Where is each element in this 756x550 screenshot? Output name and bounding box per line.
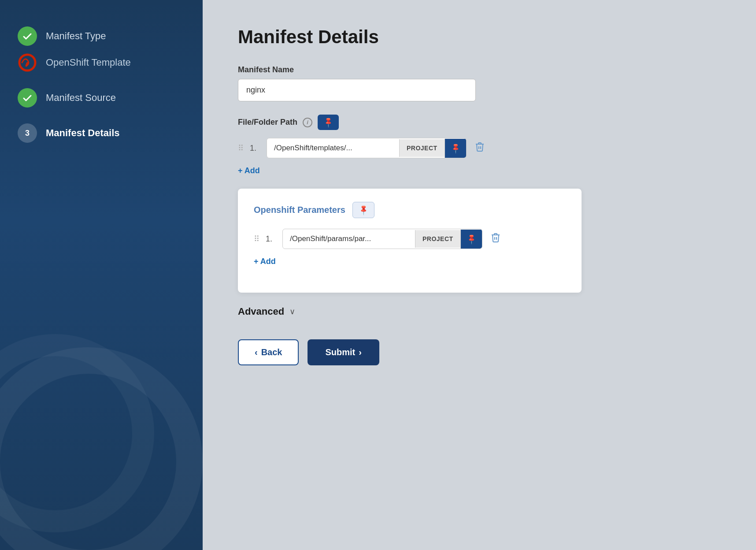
params-project-badge-1: PROJECT (415, 230, 460, 248)
sidebar-label-manifest-source: Manifest Source (46, 92, 116, 104)
form-section: Manifest Name File/Folder Path i 📌 ⠿ 1. … (238, 65, 721, 365)
chevron-down-icon: ∨ (289, 307, 295, 316)
params-path-row-1: ⠿ 1. PROJECT 📌 (254, 229, 566, 249)
sidebar-label-manifest-type: Manifest Type (46, 30, 106, 42)
params-title: Openshift Parameters (254, 205, 345, 215)
file-folder-pin-button[interactable]: 📌 (318, 115, 339, 130)
openshift-params-card: Openshift Parameters 📌 ⠿ 1. PROJECT 📌 (238, 189, 582, 293)
params-row-number-1: 1. (266, 234, 276, 244)
manifest-name-input[interactable] (238, 79, 476, 101)
path-input-container-1: PROJECT 📌 (267, 138, 467, 158)
params-delete-button-1[interactable] (489, 230, 503, 247)
sidebar: Manifest Type OpenShift Template Manifes… (0, 0, 203, 550)
params-path-input-container-1: PROJECT 📌 (282, 229, 482, 249)
file-folder-label: File/Folder Path (238, 118, 297, 127)
openshift-icon (18, 53, 37, 72)
add-file-path-link[interactable]: + Add (238, 166, 260, 175)
project-badge-1: PROJECT (399, 139, 445, 157)
sidebar-label-manifest-details: Manifest Details (46, 127, 120, 139)
params-path-input-1[interactable] (283, 229, 415, 249)
info-icon[interactable]: i (303, 118, 312, 127)
add-params-link[interactable]: + Add (254, 257, 276, 266)
params-path-pin-button-1[interactable]: 📌 (460, 230, 482, 249)
page-title: Manifest Details (238, 26, 721, 48)
submit-icon: › (359, 347, 362, 357)
footer-buttons: ‹ Back Submit › (238, 339, 721, 365)
number-icon-manifest-details: 3 (18, 123, 37, 143)
sidebar-item-manifest-type[interactable]: Manifest Type (18, 26, 185, 46)
path-input-1[interactable] (267, 138, 399, 158)
pin-icon-path-1: 📌 (449, 142, 462, 154)
path-pin-button-1[interactable]: 📌 (445, 139, 466, 158)
params-drag-handle-1[interactable]: ⠿ (254, 234, 259, 244)
submit-button[interactable]: Submit › (308, 339, 379, 365)
submit-label: Submit (325, 347, 355, 357)
main-content: Manifest Details Manifest Name File/Fold… (203, 0, 756, 550)
manifest-name-label: Manifest Name (238, 65, 721, 74)
params-pin-icon-path-1: 📌 (465, 233, 478, 245)
params-pin-button[interactable]: 📌 (352, 202, 374, 218)
sidebar-item-openshift-template[interactable]: OpenShift Template (18, 53, 185, 72)
delete-button-1[interactable] (473, 140, 487, 156)
back-button[interactable]: ‹ Back (238, 339, 299, 365)
row-number-1: 1. (250, 144, 260, 153)
file-path-row-1: ⠿ 1. PROJECT 📌 (238, 138, 721, 158)
pin-icon: 📌 (322, 116, 334, 129)
back-label: Back (261, 347, 282, 357)
sidebar-item-manifest-details[interactable]: 3 Manifest Details (18, 123, 185, 143)
back-icon: ‹ (255, 347, 258, 357)
advanced-section: Advanced ∨ (238, 306, 721, 317)
params-header: Openshift Parameters 📌 (254, 202, 566, 218)
advanced-toggle[interactable]: Advanced ∨ (238, 306, 721, 317)
params-pin-icon: 📌 (357, 204, 370, 216)
advanced-title: Advanced (238, 306, 284, 317)
file-folder-header: File/Folder Path i 📌 (238, 115, 721, 130)
drag-handle-1[interactable]: ⠿ (238, 143, 244, 153)
check-icon-manifest-type (18, 26, 37, 46)
sidebar-label-openshift-template: OpenShift Template (46, 57, 131, 68)
check-icon-manifest-source (18, 88, 37, 108)
sidebar-item-manifest-source[interactable]: Manifest Source (18, 88, 185, 108)
